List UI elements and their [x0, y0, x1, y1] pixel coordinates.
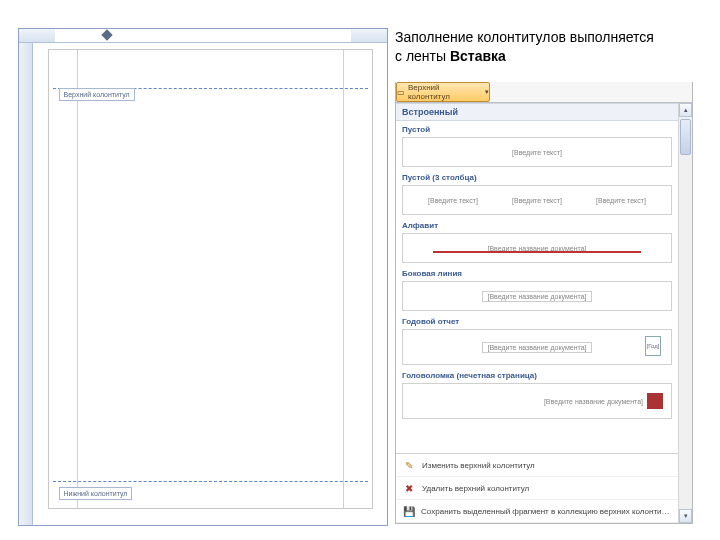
edit-icon: ✎: [402, 458, 416, 472]
footer-boundary: [53, 481, 368, 482]
gallery-section-builtin: Встроенный: [396, 103, 678, 121]
page-area: Верхний колонтитул Нижний колонтитул: [33, 43, 387, 525]
horizontal-ruler[interactable]: [19, 29, 387, 43]
gallery-item[interactable]: Боковая линия [Введите название документ…: [396, 265, 678, 313]
gallery-item[interactable]: Алфавит [Введите название документа]: [396, 217, 678, 265]
gallery-scrollbar[interactable]: ▴ ▾: [678, 103, 692, 523]
gallery-preview: [Введите название документа] [Год]: [402, 329, 672, 365]
vertical-ruler[interactable]: [19, 43, 33, 525]
gallery-preview: [Введите название документа]: [402, 383, 672, 419]
chevron-down-icon: ▾: [485, 88, 489, 96]
gallery-item[interactable]: Пустой (3 столбца) [Введите текст] [Введ…: [396, 169, 678, 217]
gallery-item[interactable]: Головоломка (нечетная страница) [Введите…: [396, 367, 678, 421]
gallery-item[interactable]: Годовой отчет [Введите название документ…: [396, 313, 678, 367]
remove-header-menu-item[interactable]: ✖ Удалить верхний колонтитул: [396, 477, 678, 500]
footer-tab-label[interactable]: Нижний колонтитул: [59, 487, 133, 500]
page[interactable]: Верхний колонтитул Нижний колонтитул: [48, 49, 373, 509]
gallery-item-title: Годовой отчет: [402, 317, 672, 326]
gallery-preview: [Введите текст]: [402, 137, 672, 167]
scroll-thumb[interactable]: [680, 119, 691, 155]
page-icon: ▭: [397, 88, 405, 97]
delete-icon: ✖: [402, 481, 416, 495]
color-swatch: [647, 393, 663, 409]
gallery-preview: [Введите название документа]: [402, 233, 672, 263]
save-icon: 💾: [402, 504, 415, 518]
gallery-item[interactable]: Пустой [Введите текст]: [396, 121, 678, 169]
word-document-window: Верхний колонтитул Нижний колонтитул: [18, 28, 388, 526]
scroll-up-button[interactable]: ▴: [679, 103, 692, 117]
scroll-down-button[interactable]: ▾: [679, 509, 692, 523]
gallery-item-title: Боковая линия: [402, 269, 672, 278]
gallery-preview: [Введите текст] [Введите текст] [Введите…: [402, 185, 672, 215]
menu-label: Изменить верхний колонтитул: [422, 461, 535, 470]
header-button-label: Верхний колонтитул: [408, 83, 482, 101]
save-selection-menu-item[interactable]: 💾 Сохранить выделенный фрагмент в коллек…: [396, 500, 678, 523]
gallery-item-title: Головоломка (нечетная страница): [402, 371, 672, 380]
gallery-item-title: Алфавит: [402, 221, 672, 230]
header-tab-label[interactable]: Верхний колонтитул: [59, 88, 135, 101]
gallery-item-title: Пустой: [402, 125, 672, 134]
menu-label: Удалить верхний колонтитул: [422, 484, 529, 493]
header-ribbon-button[interactable]: ▭ Верхний колонтитул ▾: [396, 82, 490, 102]
gallery-preview: [Введите название документа]: [402, 281, 672, 311]
header-gallery: Встроенный Пустой [Введите текст] Пустой…: [396, 103, 678, 467]
edit-header-menu-item[interactable]: ✎ Изменить верхний колонтитул: [396, 454, 678, 477]
gallery-item-title: Пустой (3 столбца): [402, 173, 672, 182]
menu-label: Сохранить выделенный фрагмент в коллекци…: [421, 507, 672, 516]
header-gallery-dropdown: ▭ Верхний колонтитул ▾ ▴ ▾ Встроенный Пу…: [395, 82, 693, 524]
gallery-footer-menu: ✎ Изменить верхний колонтитул ✖ Удалить …: [396, 453, 678, 523]
caption-text: Заполнение колонтитулов выполняется с ле…: [395, 28, 705, 66]
